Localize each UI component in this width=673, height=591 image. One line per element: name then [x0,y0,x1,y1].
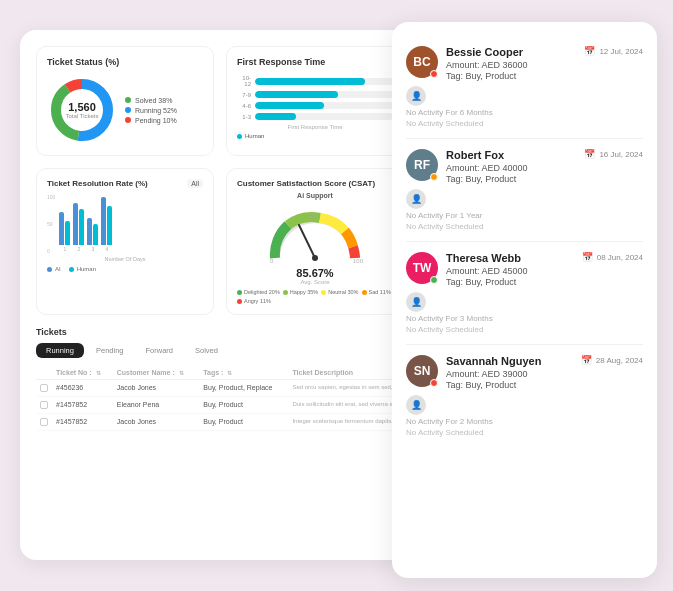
activity1-0: No Activity For 6 Months [406,108,643,117]
vbar-human-1 [65,221,70,245]
date-text-2: 08 Jun, 2024 [597,253,643,262]
contact-date-3: 📅 28 Aug, 2024 [581,355,643,365]
vbar-human-3 [93,224,98,245]
table-row: #1457852 Eleanor Pena Buy, Product Duis … [36,397,404,414]
csat-legend: Delighted 20% Happy 35% Neutral 30% Sad … [237,289,393,304]
checkbox-3[interactable] [40,418,48,426]
sub-avatar-2: 👤 [406,292,426,312]
human-label: Human [77,266,96,272]
hbar-fill-4 [255,113,296,120]
table-row: #456236 Jacob Jones Buy, Product, Replac… [36,380,404,397]
gauge-wrap: 0 100 50 [237,203,393,263]
neutral-dot [321,290,326,295]
pending-dot [125,117,131,123]
running-label: Running 52% [135,107,177,114]
activity2-3: No Activity Scheduled [406,428,643,437]
th-customer: Customer Name : ⇅ [113,366,200,380]
ticket-status-box: Ticket Status (%) [36,46,214,156]
contact-name-3: Savannah Nguyen [446,355,573,367]
vbar-human-2 [79,209,84,245]
sub-avatar-1: 👤 [406,189,426,209]
ai-dot [47,267,52,272]
contact-info-3: Savannah Nguyen Amount: AED 39000 Tag: B… [446,355,573,390]
vbar-ai-3 [87,218,92,245]
desc-2: Duis sollicitudin elit erat, sed viverra… [288,397,404,414]
svg-point-5 [312,255,318,261]
svg-text:100: 100 [353,258,364,263]
response-legend-label: Human [245,133,264,139]
contact-item-2: TW Theresa Webb Amount: AED 45000 Tag: B… [406,242,643,345]
donut-label: Total Tickets [65,113,98,119]
tab-pending[interactable]: Pending [86,343,134,358]
customer-1: Jacob Jones [113,380,200,397]
hbar-fill-3 [255,102,324,109]
axis-label: First Response Time [237,124,393,130]
csat-title: Customer Satisfaction Score (CSAT) [237,179,393,188]
csat-sub-title: Ai Support [237,192,393,199]
contact-sub-row-0: 👤 [406,86,643,106]
vbar-chart-area: 100 50 0 1 [47,194,203,254]
contact-top-1: RF Robert Fox Amount: AED 40000 Tag: Buy… [406,149,643,184]
contact-name-2: Theresa Webb [446,252,574,264]
legend-solved: Solved 38% [125,97,177,104]
pending-label: Pending 10% [135,117,177,124]
contact-info-2: Theresa Webb Amount: AED 45000 Tag: Buy,… [446,252,574,287]
contact-item-3: SN Savannah Nguyen Amount: AED 39000 Tag… [406,345,643,447]
cal-icon-1: 📅 [584,149,595,159]
activity2-2: No Activity Scheduled [406,325,643,334]
svg-text:50: 50 [310,212,317,218]
desc-3: Integer scelerisque fermentum dapibus. Q… [288,414,404,431]
contact-top-2: TW Theresa Webb Amount: AED 45000 Tag: B… [406,252,643,287]
tickets-table: Ticket No : ⇅ Customer Name : ⇅ Tags : ⇅… [36,366,404,431]
response-legend-dot [237,134,242,139]
th-ticket-no: Ticket No : ⇅ [52,366,113,380]
resolution-title-row: Ticket Resolution Rate (%) All [47,179,203,188]
legend-human: Human [69,266,96,272]
activity1-3: No Activity For 2 Months [406,417,643,426]
activity1-1: No Activity For 1 Year [406,211,643,220]
csat-box: Customer Satisfaction Score (CSAT) Ai Su… [226,168,404,315]
solved-label: Solved 38% [135,97,172,104]
resolution-dropdown[interactable]: All [187,179,203,188]
ticket-no-1: #456236 [52,380,113,397]
running-dot [125,107,131,113]
main-dashboard-card: Ticket Status (%) [20,30,420,560]
contact-date-2: 📅 08 Jun, 2024 [582,252,643,262]
contact-date-0: 📅 12 Jul, 2024 [584,46,643,56]
contact-date-1: 📅 16 Jul, 2024 [584,149,643,159]
donut-chart: 1,560 Total Tickets [47,75,117,145]
gauge-sub: Avg. Score [237,279,393,285]
resolution-box: Ticket Resolution Rate (%) All 100 50 0 … [36,168,214,315]
contact-amount-3: Amount: AED 39000 [446,369,573,379]
tab-forward[interactable]: Forward [135,343,183,358]
hbar-row-2: 7-9 [237,91,393,98]
svg-line-4 [299,225,315,258]
vbar-x-3: 3 [91,246,94,252]
hbar-fill-1 [255,78,365,85]
y-label-0: 0 [47,248,55,254]
legend-running: Running 52% [125,107,177,114]
gauge-value: 85.67% [237,267,393,279]
notif-dot-2 [430,276,438,284]
tab-running[interactable]: Running [36,343,84,358]
vbar-x-4: 4 [105,246,108,252]
sort-icon-customer: ⇅ [179,370,184,376]
checkbox-1[interactable] [40,384,48,392]
vbar-pair-4 [101,197,112,245]
contact-tag-1: Tag: Buy, Product [446,174,576,184]
tab-solved[interactable]: Solved [185,343,228,358]
cal-icon-0: 📅 [584,46,595,56]
y-label-50: 50 [47,221,55,227]
avatar-wrap-3: SN [406,355,438,387]
hbar-row-1: 10-12 [237,75,393,87]
sort-icon-ticket: ⇅ [96,370,101,376]
cal-icon-2: 📅 [582,252,593,262]
first-response-title: First Response Time [237,57,393,67]
contact-item-1: RF Robert Fox Amount: AED 40000 Tag: Buy… [406,139,643,242]
vbar-col-2: 2 [73,203,84,252]
sub-avatar-0: 👤 [406,86,426,106]
angry-dot [237,299,242,304]
checkbox-2[interactable] [40,401,48,409]
contact-tag-2: Tag: Buy, Product [446,277,574,287]
vbar-x-1: 1 [63,246,66,252]
